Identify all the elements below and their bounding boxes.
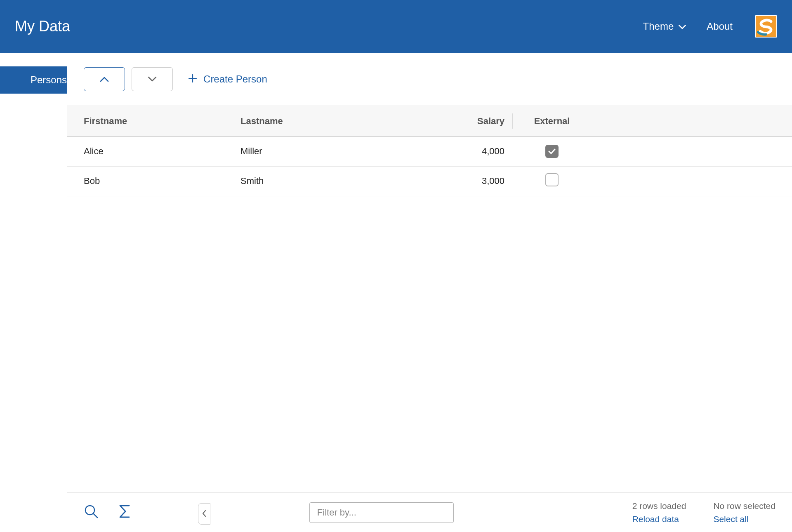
theme-label: Theme (643, 21, 674, 32)
table-row[interactable]: BobSmith3,000 (67, 166, 792, 196)
cell-lastname: Miller (232, 137, 397, 166)
cell-external (513, 137, 591, 166)
search-button[interactable] (84, 504, 99, 521)
column-header-external[interactable]: External (513, 106, 591, 137)
sidebar-item-persons[interactable]: Persons (0, 66, 67, 94)
app-header: My Data Theme About (0, 0, 792, 53)
persons-table: Firstname Lastname Salary External Alice… (67, 106, 792, 196)
plus-icon (189, 73, 197, 85)
column-header-salary[interactable]: Salary (397, 106, 513, 137)
create-person-button[interactable]: Create Person (189, 73, 267, 85)
sidebar-item-label: Persons (31, 74, 67, 86)
cell-spacer (591, 137, 792, 166)
cell-external (513, 166, 591, 196)
app-title: My Data (15, 18, 70, 35)
cell-lastname: Smith (232, 166, 397, 196)
column-header-lastname[interactable]: Lastname (232, 106, 397, 137)
chevron-up-icon (100, 76, 109, 82)
aggregate-button[interactable] (118, 504, 131, 520)
sigma-icon (118, 504, 131, 520)
sidebar: Persons (0, 53, 67, 532)
theme-menu[interactable]: Theme (643, 21, 686, 32)
toolbar: Create Person (67, 53, 792, 106)
table-header-row: Firstname Lastname Salary External (67, 106, 792, 137)
external-checkbox[interactable] (545, 145, 559, 158)
column-header-firstname[interactable]: Firstname (67, 106, 232, 137)
selection-label: No row selected (713, 501, 776, 511)
select-all-link[interactable]: Select all (713, 514, 776, 524)
footer-status: 2 rows loaded Reload data No row selecte… (632, 501, 776, 524)
header-menu: Theme About (643, 21, 733, 32)
app-logo[interactable] (755, 15, 777, 38)
cell-salary: 3,000 (397, 166, 513, 196)
filter-input[interactable] (309, 502, 454, 523)
column-header-spacer (591, 106, 792, 137)
external-checkbox[interactable] (545, 173, 559, 186)
data-table-wrap: Firstname Lastname Salary External Alice… (67, 106, 792, 492)
move-up-button[interactable] (84, 67, 125, 91)
main-panel: Create Person Firstname Lastname Salary … (67, 53, 792, 532)
move-down-button[interactable] (132, 67, 173, 91)
create-person-label: Create Person (203, 73, 267, 85)
reload-data-link[interactable]: Reload data (632, 514, 686, 524)
table-row[interactable]: AliceMiller4,000 (67, 137, 792, 166)
search-icon (84, 504, 99, 521)
cell-spacer (591, 166, 792, 196)
cell-firstname: Bob (67, 166, 232, 196)
svg-point-1 (85, 506, 94, 515)
table-footer: 2 rows loaded Reload data No row selecte… (67, 492, 792, 532)
about-link[interactable]: About (707, 21, 733, 32)
chevron-down-icon (148, 76, 157, 82)
cell-salary: 4,000 (397, 137, 513, 166)
rows-loaded-label: 2 rows loaded (632, 501, 686, 511)
chevron-down-icon (679, 21, 686, 32)
cell-firstname: Alice (67, 137, 232, 166)
